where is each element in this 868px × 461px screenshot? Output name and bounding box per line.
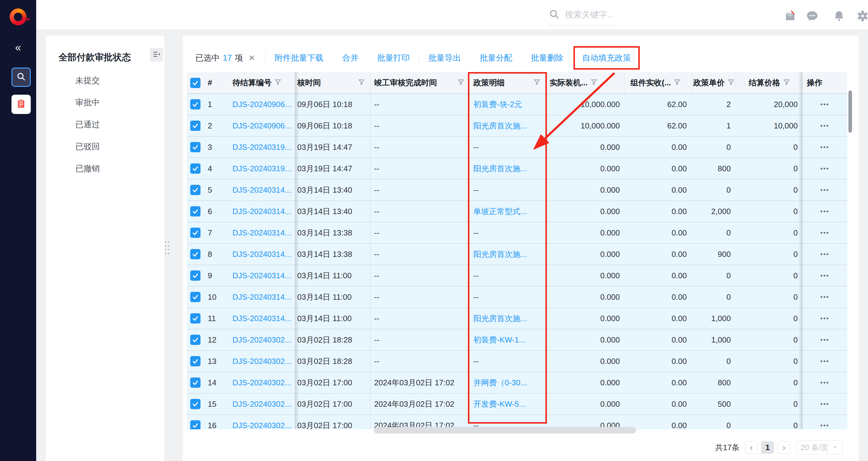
current-page-button[interactable]: 1	[761, 441, 774, 454]
row-actions-button[interactable]: •••	[820, 315, 829, 322]
policy-detail-link[interactable]: 初装费-KW-1...	[473, 335, 526, 345]
header-audit-time[interactable]: 核时间	[295, 72, 370, 93]
settlement-no-link[interactable]: DJS-20240302...	[232, 378, 291, 388]
toolbar-action-button[interactable]: 批量删除	[531, 53, 563, 63]
filter-icon[interactable]	[728, 78, 735, 87]
header-actual-capacity[interactable]: 实际装机...	[546, 72, 625, 93]
row-actions-button[interactable]: •••	[820, 165, 829, 172]
filter-icon[interactable]	[674, 78, 680, 87]
brand-logo-icon[interactable]	[10, 8, 27, 25]
settlement-no-link[interactable]: DJS-20240906...	[232, 121, 291, 130]
filter-icon[interactable]	[275, 78, 281, 87]
header-settlement-no[interactable]: 待结算编号	[230, 72, 295, 93]
row-actions-button[interactable]: •••	[820, 187, 829, 193]
settlement-no-link[interactable]: DJS-20240302...	[232, 421, 291, 430]
row-checkbox[interactable]	[190, 185, 200, 195]
row-checkbox[interactable]	[190, 99, 200, 110]
status-filter-item[interactable]: 审批中	[75, 91, 100, 113]
sidebar-collapse-icon[interactable]: «	[0, 42, 36, 53]
row-checkbox[interactable]	[190, 121, 200, 131]
header-module-received[interactable]: 组件实收(...	[625, 72, 692, 93]
policy-detail-link[interactable]: 阳光房首次施...	[473, 121, 527, 131]
policy-detail-link[interactable]: 阳光房首次施...	[473, 163, 527, 174]
row-actions-button[interactable]: •••	[820, 336, 829, 343]
row-checkbox[interactable]	[190, 420, 200, 429]
row-actions-button[interactable]: •••	[820, 208, 829, 215]
filter-icon[interactable]	[358, 78, 365, 87]
row-actions-button[interactable]: •••	[820, 422, 829, 429]
settlement-no-link[interactable]: DJS-20240314...	[232, 314, 291, 323]
settlement-no-link[interactable]: DJS-20240302...	[232, 335, 291, 345]
sidebar-item-orders[interactable]	[11, 95, 31, 114]
row-actions-button[interactable]: •••	[820, 358, 829, 365]
panel-collapse-button[interactable]	[150, 48, 163, 62]
row-checkbox[interactable]	[190, 292, 200, 302]
row-checkbox[interactable]	[190, 228, 200, 238]
status-filter-item[interactable]: 已驳回	[75, 135, 100, 157]
policy-detail-link[interactable]: 单坡正常型式...	[473, 206, 527, 217]
row-checkbox[interactable]	[190, 399, 200, 409]
row-actions-button[interactable]: •••	[820, 144, 829, 151]
header-completion-time[interactable]: 竣工审核完成时间	[370, 72, 470, 93]
row-checkbox[interactable]	[190, 271, 200, 281]
row-checkbox[interactable]	[190, 206, 200, 216]
row-checkbox[interactable]	[190, 163, 200, 174]
next-page-button[interactable]: ›	[778, 441, 790, 454]
row-actions-button[interactable]: •••	[820, 294, 829, 301]
prev-page-button[interactable]: ‹	[745, 441, 758, 454]
settlement-no-link[interactable]: DJS-20240314...	[232, 293, 291, 302]
row-actions-button[interactable]: •••	[820, 272, 829, 279]
panel-resize-handle[interactable]	[164, 240, 170, 255]
toolbar-action-button[interactable]: 批量分配	[480, 53, 512, 63]
row-checkbox[interactable]	[190, 356, 200, 366]
settlement-no-link[interactable]: DJS-20240314...	[232, 250, 291, 259]
select-all-checkbox[interactable]	[190, 78, 200, 88]
status-filter-item[interactable]: 未提交	[75, 69, 100, 91]
settlement-no-link[interactable]: DJS-20240314...	[232, 228, 291, 238]
row-checkbox[interactable]	[190, 377, 200, 388]
toolbar-action-button[interactable]: 批量导出	[428, 53, 461, 63]
toolbar-action-button[interactable]: 合并	[342, 53, 359, 63]
page-size-select[interactable]: 20 条/页	[796, 440, 843, 454]
row-actions-button[interactable]: •••	[820, 401, 829, 408]
status-filter-item[interactable]: 已通过	[75, 113, 100, 135]
row-checkbox[interactable]	[190, 313, 200, 324]
policy-detail-link[interactable]: 阳光房首次施...	[473, 313, 527, 324]
settlement-no-link[interactable]: DJS-20240314...	[232, 271, 291, 280]
clear-selection-icon[interactable]: ✕	[248, 53, 255, 63]
policy-detail-link[interactable]: 阳光房首次施...	[473, 249, 527, 259]
row-actions-button[interactable]: •••	[820, 122, 829, 129]
horizontal-scrollbar[interactable]	[374, 427, 636, 434]
filter-icon[interactable]	[458, 78, 464, 87]
header-policy-detail[interactable]: 政策明细	[470, 72, 546, 93]
status-filter-item[interactable]: 已撤销	[75, 157, 100, 179]
row-actions-button[interactable]: •••	[820, 251, 829, 258]
row-checkbox[interactable]	[190, 335, 200, 345]
messages-icon[interactable]	[805, 9, 819, 23]
toolbar-action-button[interactable]: 附件批量下载	[275, 53, 323, 63]
header-settlement-price[interactable]: 结算价格	[736, 72, 803, 93]
filter-icon[interactable]	[591, 78, 597, 87]
settlement-no-link[interactable]: DJS-20240319...	[232, 143, 291, 152]
settlement-no-link[interactable]: DJS-20240906...	[232, 100, 291, 109]
toolbar-action-button[interactable]: 自动填充政策	[574, 46, 640, 70]
filter-icon[interactable]	[534, 78, 540, 87]
policy-detail-link[interactable]: 并网费（0-30...	[473, 377, 527, 388]
settings-gear-icon[interactable]	[856, 9, 868, 23]
settlement-no-link[interactable]: DJS-20240314...	[232, 207, 291, 216]
settlement-no-link[interactable]: DJS-20240302...	[232, 357, 291, 366]
sidebar-item-search[interactable]	[11, 67, 31, 87]
row-checkbox[interactable]	[190, 142, 200, 152]
settlement-no-link[interactable]: DJS-20240302...	[232, 399, 291, 409]
row-actions-button[interactable]: •••	[820, 229, 829, 236]
toolbar-action-button[interactable]: 批量打印	[377, 53, 410, 63]
policy-detail-link[interactable]: 开发费-KW-5...	[473, 399, 526, 409]
vertical-scrollbar[interactable]	[848, 90, 852, 133]
filter-icon[interactable]	[783, 78, 790, 87]
row-actions-button[interactable]: •••	[820, 379, 829, 386]
settlement-no-link[interactable]: DJS-20240319...	[232, 164, 291, 173]
feedback-mail-icon[interactable]	[783, 9, 797, 23]
row-checkbox[interactable]	[190, 249, 200, 259]
settlement-no-link[interactable]: DJS-20240314...	[232, 185, 291, 195]
header-policy-unit-price[interactable]: 政策单价	[692, 72, 736, 93]
